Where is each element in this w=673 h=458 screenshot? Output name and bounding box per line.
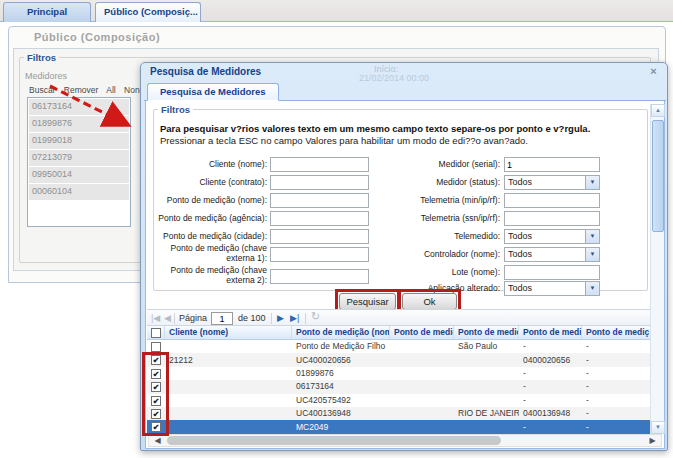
next-page-icon[interactable]: ▶ (277, 312, 284, 324)
first-page-icon[interactable]: |◀ (151, 312, 160, 324)
ponto-medicao-cidade-field[interactable] (270, 229, 369, 244)
toolbar-separator (174, 313, 175, 324)
column-ponto-medicao-1[interactable]: Ponto de medição (390, 326, 454, 339)
cell: - (519, 367, 582, 380)
table-row[interactable]: ✔ UC400136948 RIO DE JANEIRO 0400136948 … (147, 407, 650, 420)
list-item[interactable]: 07213079 (29, 150, 129, 166)
lote-nome-label: Lote (nome): (382, 267, 500, 277)
list-item[interactable]: 00060104 (29, 184, 129, 200)
medidor-serial-field[interactable] (504, 157, 600, 172)
table-row[interactable]: ✔ UC420575492 - - (147, 394, 650, 407)
cell: - (582, 407, 650, 420)
cell: Ponto de Medição Filho (292, 340, 390, 353)
list-item[interactable]: 09950014 (29, 167, 129, 183)
cell: MC2049 (292, 421, 390, 434)
row-checkbox[interactable]: ✔ (151, 355, 161, 365)
table-row[interactable]: Ponto de Medição Filho São Paulo - - (147, 340, 650, 353)
scroll-down-icon[interactable]: ▼ (651, 421, 665, 434)
controlador-nome-label: Controlador (nome): (382, 249, 500, 259)
page-count-label: de 100 (238, 313, 266, 323)
chevron-down-icon[interactable]: ▼ (585, 176, 599, 189)
cell: 01899876 (292, 367, 390, 380)
row-checkbox[interactable]: ✔ (151, 396, 161, 406)
select-all-column (147, 326, 165, 339)
table-row[interactable]: ✔ 21212 UC400020656 0400020656 - (147, 353, 650, 366)
previous-page-icon[interactable]: ◀ (164, 312, 171, 324)
row-checkbox[interactable]: ✔ (151, 409, 161, 419)
horizontal-scrollbar-thumb[interactable] (167, 436, 501, 445)
vertical-scrollbar[interactable]: ▲ ▼ (650, 104, 664, 434)
chevron-down-icon[interactable]: ▼ (585, 282, 599, 295)
instruction-line-2: Pressionar a tecla ESC no campo Valores … (160, 135, 528, 146)
filtros-legend: Filtros (24, 52, 59, 63)
cliente-contrato-field[interactable] (270, 175, 369, 190)
ponto-medicao-chave-externa-2-field[interactable] (270, 269, 369, 284)
chevron-down-icon[interactable]: ▼ (585, 230, 599, 243)
list-item[interactable]: 01999018 (29, 133, 129, 149)
row-checkbox[interactable]: ✔ (151, 369, 161, 379)
telemetria-ssn-label: Telemetria (ssn/ip/rf): (382, 213, 500, 223)
tab-bar: Principal Público (Composiç...× (0, 0, 673, 22)
pesquisar-button[interactable]: Pesquisar (339, 293, 396, 310)
last-page-icon[interactable]: ▶| (290, 312, 299, 324)
telemedido-select[interactable]: Todos ▼ (504, 229, 600, 244)
ok-button[interactable]: Ok (402, 293, 457, 310)
column-ponto-medicao-4[interactable]: Ponto de mediç (582, 326, 650, 339)
chevron-down-icon[interactable]: ▼ (585, 248, 599, 261)
cliente-contrato-label: Cliente (contrato): (154, 177, 267, 187)
modal-title: Pesquisa de Medidores (150, 66, 261, 77)
row-checkbox[interactable] (151, 342, 161, 352)
ponto-medicao-chave-externa-2-label: Ponto de medição (chave externa 2): (154, 265, 267, 285)
row-checkbox[interactable]: ✔ (151, 422, 161, 432)
cell: - (519, 380, 582, 393)
page-number-input[interactable] (211, 312, 233, 325)
instruction-line-1: Para pesquisar v?rios valores texto em u… (160, 123, 590, 134)
pagination-toolbar: |◀ ◀ Página de 100 ▶ ▶| ↻ (147, 309, 664, 326)
cell: - (582, 367, 650, 380)
tab-pesquisa-de-medidores[interactable]: Pesquisa de Medidores (147, 83, 279, 101)
tab-principal[interactable]: Principal (3, 2, 91, 22)
telemetria-ssn-field[interactable] (504, 211, 600, 226)
modal-close-icon[interactable]: × (647, 65, 660, 78)
lote-nome-field[interactable] (504, 265, 600, 280)
pesquisa-de-medidores-modal: Pesquisa de Medidores Início: 21/02/2014… (140, 62, 668, 451)
ponto-medicao-chave-externa-1-label: Ponto de medição (chave externa 1): (154, 243, 267, 263)
telemedido-label: Telemedido: (382, 231, 500, 241)
ponto-medicao-cidade-label: Ponto de medição (cidade): (154, 231, 267, 241)
cell: - (582, 354, 650, 367)
column-cliente-nome[interactable]: Cliente (nome) (165, 326, 292, 339)
tab-publico-composicao[interactable]: Público (Composiç...× (95, 2, 201, 22)
telemetria-min-label: Telemetria (min/ip/rf): (382, 195, 500, 205)
medidor-status-select[interactable]: Todos ▼ (504, 175, 600, 190)
toolbar-separator (305, 313, 306, 324)
cell: RIO DE JANEIRO (454, 407, 519, 420)
vertical-scrollbar-thumb[interactable] (652, 120, 664, 232)
ponto-medicao-chave-externa-1-field[interactable] (270, 247, 369, 262)
tab-principal-label: Principal (27, 6, 67, 17)
ponto-medicao-agencia-field[interactable] (270, 211, 369, 226)
telemetria-min-field[interactable] (504, 193, 600, 208)
scroll-up-icon[interactable]: ▲ (651, 104, 665, 117)
table-row-selected[interactable]: ✔ MC2049 - - (147, 420, 650, 433)
table-row[interactable]: ✔ 06173164 - - (147, 380, 650, 393)
cell: - (582, 340, 650, 353)
horizontal-scrollbar[interactable]: ◀ ▶ (148, 434, 662, 447)
cell: - (519, 394, 582, 407)
grid-header: Cliente (nome) Ponto de medição (nome) P… (147, 326, 650, 340)
scroll-right-icon[interactable]: ▶ (646, 435, 659, 446)
column-ponto-medicao-2[interactable]: Ponto de medição (454, 326, 519, 339)
scroll-left-icon[interactable]: ◀ (151, 435, 164, 446)
column-ponto-medicao-3[interactable]: Ponto de medição (519, 326, 582, 339)
cliente-nome-field[interactable] (270, 157, 369, 172)
cliente-nome-label: Cliente (nome): (154, 159, 267, 169)
cell: - (582, 394, 650, 407)
controlador-nome-select[interactable]: Todos ▼ (504, 247, 600, 262)
ponto-medicao-nome-field[interactable] (270, 193, 369, 208)
column-ponto-medicao-nome[interactable]: Ponto de medição (nome) (292, 326, 390, 339)
table-row[interactable]: ✔ 01899876 - - (147, 367, 650, 380)
toolbar-separator (271, 313, 272, 324)
refresh-icon[interactable]: ↻ (311, 310, 320, 322)
select-all-checkbox[interactable] (151, 328, 161, 338)
aplicacao-alterado-select[interactable]: Todos ▼ (504, 281, 600, 296)
row-checkbox[interactable]: ✔ (151, 382, 161, 392)
